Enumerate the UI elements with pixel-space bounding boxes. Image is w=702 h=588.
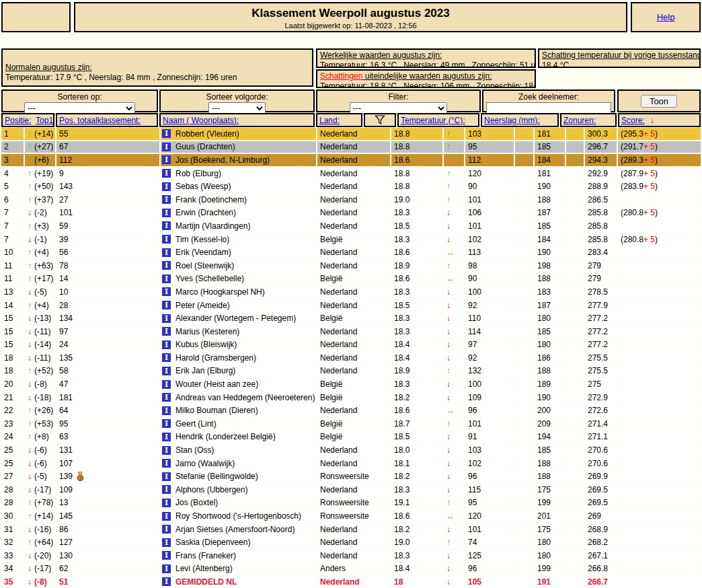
profile-icon[interactable]: I (162, 129, 171, 138)
total-rank-cell: 953 (56, 418, 159, 430)
profile-icon[interactable]: I (162, 446, 171, 455)
total-rank-cell: 143 (56, 273, 159, 285)
profile-icon[interactable]: I (162, 340, 171, 349)
temp-trend-cell: ↓ (444, 233, 464, 246)
sort-pos-totaal-link[interactable]: Pos. totaalklassement: (59, 116, 141, 125)
sort-score-link[interactable]: Score: (621, 116, 645, 125)
profile-icon[interactable]: I (162, 182, 171, 191)
name-cell: IArjan Sietses (Amersfoort-Noord) (161, 523, 316, 536)
top10-cell: ↑(+50) (25, 180, 55, 192)
profile-icon[interactable]: I (162, 525, 171, 534)
name-cell: IRoel (Steenwijk) (161, 260, 316, 272)
name-cell: IStan (Oss) (161, 444, 316, 456)
profile-icon[interactable]: I (162, 235, 171, 244)
temp-trend-cell: ↓ (444, 207, 464, 219)
score-cell: 296.7 (585, 141, 617, 153)
name-cell: ISebas (Weesp) (161, 180, 316, 192)
score-cell: 279 (585, 273, 617, 285)
table-row: 3 ↑(+6) 1123 IJos (Boekend, N-Limburg) N… (1, 154, 701, 166)
bonus-cell: (295.3 + 5) (618, 128, 701, 140)
help-link[interactable]: Help (657, 12, 675, 22)
profile-icon[interactable]: I (162, 221, 171, 230)
schattingen-title-red: Schattingen (320, 71, 362, 81)
filter-funnel-icon[interactable] (375, 115, 385, 125)
spacer-cell (515, 286, 533, 298)
position-cell: 30 (1, 510, 24, 522)
sort-naam-link[interactable]: Naam ( Woonplaats): (163, 116, 239, 125)
profile-icon[interactable]: I (162, 367, 171, 375)
profile-icon[interactable]: I (162, 261, 171, 270)
medal-icon: 3 (77, 472, 84, 482)
profile-icon[interactable]: I (162, 577, 171, 586)
profile-icon[interactable]: I (162, 499, 171, 507)
position-cell: 32 (1, 536, 24, 548)
temp-trend-cell: ↓ (444, 563, 464, 575)
score-cell: 272.6 (585, 404, 617, 416)
sort-zonuren-link[interactable]: Zonuren: (563, 116, 596, 125)
toon-button[interactable]: Toon (641, 95, 677, 108)
temp-trend-icon: ↑ (446, 182, 451, 191)
profile-icon[interactable]: I (162, 551, 171, 560)
name-cell: IStefanie (Bellingwolde) (161, 470, 316, 482)
land-cell: Nederland (317, 299, 390, 311)
table-row: 31 ↓(-16) 863 IArjan Sietses (Amersfoort… (1, 523, 701, 536)
spacer-cell (566, 392, 584, 404)
profile-icon[interactable]: I (162, 485, 171, 494)
position-cell: 18 (1, 365, 24, 377)
sort-top10-link[interactable]: Top10 (36, 116, 54, 125)
sort-positie-link[interactable]: Positie: (5, 116, 31, 125)
profile-icon[interactable]: I (162, 287, 171, 296)
land-cell: Nederland (317, 404, 390, 416)
profile-icon[interactable]: I (162, 459, 171, 468)
normalen-title: Normalen augustus zijn: (5, 63, 92, 72)
profile-icon[interactable]: I (162, 564, 171, 573)
sort-temperatuur-link[interactable]: Temperatuur (°C): (401, 116, 465, 125)
profile-icon[interactable]: I (162, 274, 171, 283)
sort-neerslag-link[interactable]: Neerslag (mm): (484, 116, 540, 125)
profile-icon[interactable]: I (162, 538, 171, 547)
profile-icon[interactable]: I (162, 195, 171, 204)
temp-trend-cell: ↓ (444, 470, 464, 482)
profile-icon[interactable]: I (162, 301, 171, 309)
score-cell: 292.9 (585, 168, 617, 180)
position-cell: 33 (1, 550, 24, 562)
col-header-positie-top10: Positie: Top10 (1, 113, 54, 127)
total-rank-cell: 1273 (56, 536, 159, 548)
profile-icon[interactable]: I (162, 393, 171, 402)
name-cell: IMartijn (Vlaardingen) (161, 220, 316, 232)
profile-icon[interactable]: I (162, 419, 171, 428)
top10-cell: ↓(-8) (25, 378, 55, 390)
land-cell: Nederland (317, 365, 390, 377)
spacer-cell (566, 536, 584, 548)
profile-icon[interactable]: I (162, 155, 171, 164)
temperature-cell: 18.4 (391, 563, 442, 575)
name-cell: ISaskia (Diepenveen) (161, 536, 316, 548)
profile-icon[interactable]: I (162, 353, 171, 362)
temperature-cell: 19.1 (391, 497, 442, 509)
participant-name: Frans (Franeker) (176, 551, 236, 560)
temp-trend-icon: ↓ (446, 564, 451, 573)
spacer-cell (566, 286, 584, 298)
profile-icon[interactable]: I (162, 380, 171, 389)
profile-icon[interactable]: I (162, 314, 171, 323)
sort-land-link[interactable]: Land: (319, 116, 340, 125)
profile-icon[interactable]: I (162, 472, 171, 481)
name-cell: IErik (Veendam) (161, 246, 316, 258)
temperature-cell: 18.2 (391, 523, 442, 536)
rain-cell: 101 (465, 418, 514, 430)
score-cell: 277.9 (585, 299, 617, 311)
profile-icon[interactable]: I (162, 433, 171, 441)
temp-trend-icon: ↑ (446, 498, 451, 507)
temperature-cell: 18.5 (391, 431, 442, 443)
profile-icon[interactable]: I (162, 209, 171, 217)
profile-icon[interactable]: I (162, 327, 171, 336)
rain-cell: 113 (465, 246, 514, 258)
profile-icon[interactable]: I (162, 512, 171, 521)
score-cell: 277.2 (585, 312, 617, 324)
temp-trend-icon: ↓ (446, 340, 451, 349)
schatting-vorige-value: 18.4 °C (542, 61, 697, 68)
profile-icon[interactable]: I (162, 143, 171, 151)
profile-icon[interactable]: I (162, 248, 171, 257)
profile-icon[interactable]: I (162, 169, 171, 178)
profile-icon[interactable]: I (162, 406, 171, 415)
